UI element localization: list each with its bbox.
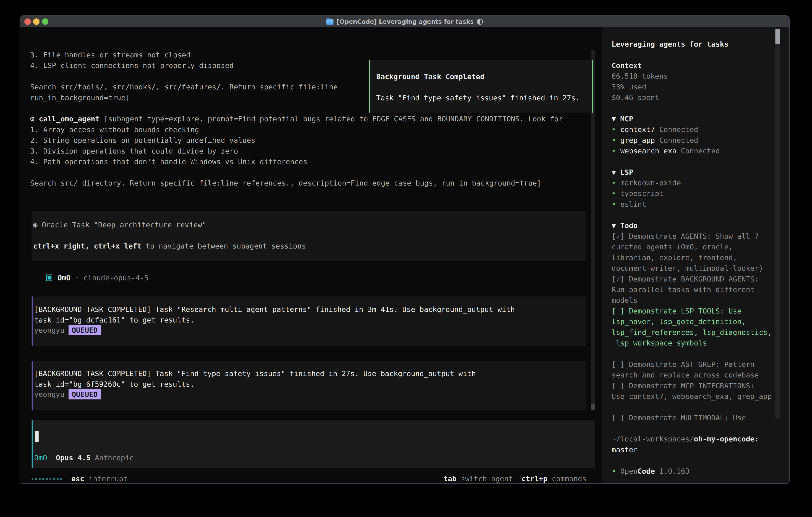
mcp-name: websearch_exa — [620, 147, 676, 155]
agent-header: OmO · claude-opus-4-5 — [46, 272, 148, 283]
mcp-heading: MCP — [620, 115, 633, 123]
blank-line — [612, 423, 772, 434]
oracle-task-text: Oracle Task "Deep architecture review" — [37, 221, 206, 229]
tool-call-line: ⚙ call_omo_agent [subagent_type=explore,… — [30, 113, 563, 124]
keyboard-hints: tab switch agent ctrl+p commands — [443, 474, 586, 483]
window-title-wrap: [OpenCode] Leveraging agents for tasks — [20, 16, 789, 27]
sidebar-content: Leveraging agents for tasks Context 66,5… — [612, 39, 772, 477]
app-name-bold: Code — [638, 467, 655, 475]
context-used: 33% used — [612, 82, 772, 92]
separator-dot: · — [70, 274, 84, 282]
agent-model: claude-opus-4-5 — [84, 274, 148, 282]
lsp-name: eslint — [620, 200, 646, 208]
lsp-name: markdown-oxide — [620, 179, 681, 187]
scrollback-line: 3. Division operations that could divide… — [30, 146, 563, 156]
input-agent-name: OmO — [34, 454, 47, 462]
window-title: [OpenCode] Leveraging agents for tasks — [337, 18, 474, 25]
agent-header-text: OmO · claude-opus-4-5 — [58, 272, 148, 283]
agent-name: OmO — [58, 274, 70, 282]
status-badge: QUEUED — [68, 389, 101, 400]
message-meta: yeongyuQUEUED — [34, 389, 101, 400]
context-heading: Context — [612, 60, 772, 71]
status-badge: QUEUED — [68, 325, 101, 335]
bullet-icon: • — [612, 200, 616, 208]
todo-section-header[interactable]: ▼ Todo — [612, 220, 772, 231]
scrollback-line: 1. Array access without bounds checking — [30, 124, 563, 135]
background-task-notification: Background Task Completed Task "Find typ… — [369, 60, 593, 113]
todo-line: Use context7, websearch_exa, grep_app — [612, 391, 772, 402]
mcp-item: • websearch_exa Connected — [612, 145, 772, 156]
sidebar-scrollbar[interactable] — [776, 29, 780, 419]
esc-label: interrupt — [84, 474, 128, 483]
todo-line-active: [ ] Demonstrate LSP TOOLS: Use — [612, 306, 772, 316]
author-name: yeongyu — [34, 326, 64, 334]
notification-title: Background Task Completed — [376, 71, 485, 82]
todo-line: [ ] Demonstrate AST-GREP: Pattern — [612, 359, 772, 370]
todo-line: [ ] Demonstrate MULTIMODAL: Use — [612, 412, 772, 423]
tool-call-args: [subagent_type=explore, prompt=Find pote… — [99, 115, 563, 123]
message-line: [BACKGROUND TASK COMPLETED] Task "Find t… — [34, 368, 476, 379]
bullet-icon: • — [612, 136, 616, 144]
blank-line — [30, 167, 563, 178]
sidebar: Leveraging agents for tasks Context 66,5… — [602, 27, 790, 484]
blank-line — [612, 348, 772, 359]
todo-line: document-writer, multimodal-looker) — [612, 263, 772, 273]
model-selector[interactable]: OmO Opus 4.5 Anthropic — [34, 453, 134, 463]
agent-avatar-icon — [46, 274, 52, 281]
lsp-section-header[interactable]: ▼ LSP — [612, 167, 772, 178]
todo-line: models — [612, 295, 772, 305]
oracle-task-box: ◉ Oracle Task "Deep architecture review"… — [32, 211, 586, 261]
title-bar: [OpenCode] Leveraging agents for tasks — [20, 16, 789, 27]
scrollback-line: 3. File handles or streams not closed — [30, 50, 563, 60]
mcp-status: Connected — [676, 147, 720, 155]
bullet-icon: • — [612, 147, 616, 155]
sidebar-scrollbar-thumb[interactable] — [776, 29, 780, 44]
scrollback-line: 2. String operations on potentially unde… — [30, 135, 563, 145]
gear-icon: ⚙ — [30, 115, 35, 123]
todo-line: [✓] Demonstrate BACKGROUND AGENTS: — [612, 274, 772, 284]
message-line: [BACKGROUND TASK COMPLETED] Task "Resear… — [34, 304, 515, 315]
background-task-message: [BACKGROUND TASK COMPLETED] Task "Resear… — [32, 297, 586, 346]
todo-line: [✓] Demonstrate AGENTS: Show all 7 — [612, 231, 772, 242]
todo-line: librarian, explore, frontend, — [612, 252, 772, 263]
todo-line-active: lsp_find_references, lsp_diagnostics, — [612, 327, 772, 338]
esc-hint: esc interrupt — [71, 473, 128, 484]
blank-line — [612, 156, 772, 167]
prompt-input[interactable]: OmO Opus 4.5 Anthropic — [32, 420, 595, 468]
message-line: task_id="bg_6f59260c" to get results. — [34, 379, 195, 389]
ctrlp-label: commands — [548, 474, 586, 483]
hint-keys: ctrl+x right, ctrl+x left — [33, 242, 142, 250]
ctrlp-key: ctrl+p — [513, 474, 548, 483]
main-scrollbar-thumb[interactable] — [591, 404, 595, 410]
status-bar: esc interrupt tab switch agent ctrl+p co… — [32, 473, 586, 484]
context-spent: $0.46 spent — [612, 92, 772, 103]
bullet-icon: • — [612, 467, 616, 475]
blank-line — [612, 402, 772, 412]
esc-key: esc — [71, 474, 84, 483]
context-tokens: 66,518 tokens — [612, 71, 772, 81]
tab-key: tab — [443, 474, 457, 483]
background-task-message: [BACKGROUND TASK COMPLETED] Task "Find t… — [32, 361, 586, 410]
todo-line: [ ] Demonstrate MCP INTEGRATIONS: — [612, 380, 772, 391]
todo-line-active: lsp_hover, lsp_goto_definition, — [612, 316, 772, 327]
lsp-item: • markdown-oxide — [612, 178, 772, 188]
activity-dots-icon — [32, 478, 62, 480]
blank-line — [612, 103, 772, 113]
mcp-name: context7 — [620, 125, 655, 134]
mcp-item: • context7 Connected — [612, 124, 772, 135]
author-name: yeongyu — [34, 390, 64, 399]
mcp-status: Connected — [655, 136, 698, 144]
mcp-section-header[interactable]: ▼ MCP — [612, 113, 772, 124]
workspace-dir: ~/local-workspaces/ — [612, 435, 694, 443]
text-cursor — [35, 431, 38, 442]
session-activity-icon — [477, 19, 483, 25]
lsp-item: • typescript — [612, 188, 772, 199]
app-version-line: • OpenCode 1.0.163 — [612, 466, 772, 477]
scrollback-line: Search src/ directory. Return specific f… — [30, 178, 563, 188]
bullet-icon: • — [612, 179, 616, 187]
oracle-hint-line: ctrl+x right, ctrl+x left to navigate be… — [33, 241, 306, 251]
message-meta: yeongyuQUEUED — [34, 325, 101, 335]
tool-call-name: call_omo_agent — [35, 115, 99, 123]
todo-heading: Todo — [620, 221, 638, 230]
message-line: task_id="bg_dcfac161" to get results. — [34, 315, 195, 325]
